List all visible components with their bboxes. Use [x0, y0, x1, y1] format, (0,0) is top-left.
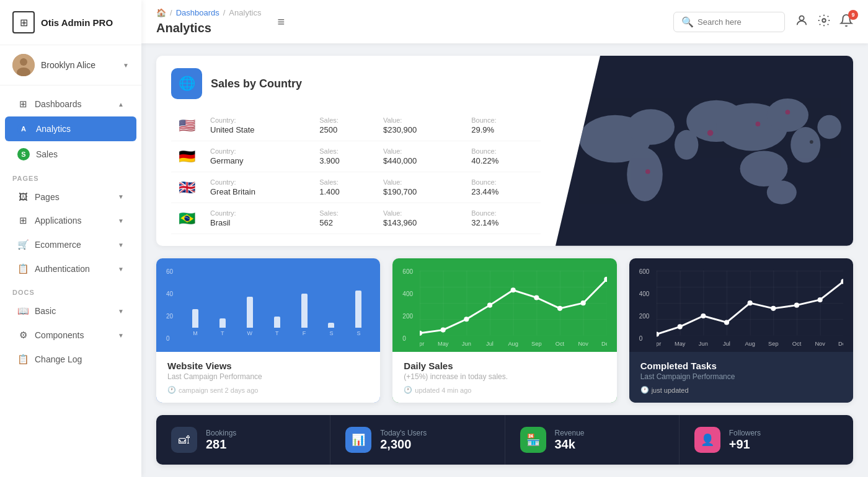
data-point — [794, 302, 799, 307]
chart-info: Completed Tasks Last Campaign Performanc… — [629, 352, 853, 403]
sidebar: ⊞ Otis Admin PRO Brooklyn Alice ▼ ⊞ Dash… — [0, 0, 141, 477]
content-area: 🌐 Sales by Country 🇺🇸 Country: United St… — [141, 43, 868, 477]
bar — [355, 291, 361, 328]
bounce-value: 23.44% — [471, 187, 533, 196]
x-axis-label: Jul — [723, 340, 730, 346]
stat-label: Bookings — [206, 429, 236, 437]
sidebar-item-analytics[interactable]: A Analytics — [5, 116, 136, 141]
svg-point-20 — [810, 140, 813, 144]
line-chart-svg: AprMayJunJulAugSepOctNovDec — [420, 271, 606, 349]
stat-text: Bookings 281 — [206, 429, 236, 452]
footer-text: campaign sent 2 days ago — [179, 387, 258, 394]
line-chart-wrap: AprMayJunJulAugSepOctNovDec — [402, 268, 606, 352]
header: 🏠 / Dashboards / Analytics Analytics ≡ 🔍 — [141, 0, 868, 43]
value-value: $230,900 — [383, 125, 456, 134]
basic-icon: 📖 — [17, 305, 29, 317]
table-row: 🇧🇷 Country: Brasil Sales: 562 Value: $14… — [171, 203, 541, 234]
y-label: 40 — [166, 291, 173, 297]
data-point — [581, 300, 586, 305]
sales-label: Sales: — [319, 147, 368, 155]
sidebar-user[interactable]: Brooklyn Alice ▼ — [0, 45, 141, 85]
svg-rect-21 — [420, 271, 606, 335]
chart-footer: 🕐 just updated — [640, 386, 842, 394]
bounce-value: 29.9% — [471, 125, 533, 134]
settings-icon[interactable] — [817, 14, 831, 30]
bounce-value: 40.22% — [471, 156, 533, 165]
stat-text: Today's Users 2,300 — [380, 429, 427, 452]
search-box[interactable]: 🔍 — [673, 12, 785, 32]
data-point — [464, 317, 469, 322]
x-axis-label: Aug — [745, 340, 755, 346]
stat-value: 281 — [206, 437, 236, 452]
avatar — [12, 54, 35, 76]
sidebar-item-basic[interactable]: 📖 Basic ▼ — [5, 299, 136, 323]
chart-subtitle: Last Campaign Performance — [640, 372, 842, 381]
hamburger-icon[interactable]: ≡ — [277, 15, 285, 29]
chart-name: Completed Tasks — [640, 361, 842, 371]
search-input[interactable] — [698, 17, 772, 27]
svg-point-11 — [790, 127, 820, 163]
chevron-down-icon: ▼ — [118, 193, 124, 200]
breadcrumb-dashboards[interactable]: Dashboards — [176, 8, 219, 17]
chevron-down-icon5: ▼ — [118, 308, 124, 315]
clock-icon: 🕐 — [404, 386, 412, 394]
data-point — [771, 306, 776, 311]
sales-value: 1.400 — [319, 187, 368, 196]
bar — [301, 294, 308, 328]
sidebar-item-changelog[interactable]: 📋 Change Log — [5, 348, 136, 371]
bar-label: M — [193, 330, 198, 336]
stat-icon: 🛋 — [179, 434, 190, 447]
country-flag: 🇧🇷 — [179, 211, 195, 226]
data-point — [557, 306, 562, 311]
stat-icon-box: 📊 — [345, 427, 371, 453]
chart-name: Website Views — [167, 361, 369, 371]
analytics-letter: A — [17, 123, 30, 135]
sidebar-item-ecommerce[interactable]: 🛒 Ecommerce ▼ — [5, 233, 136, 256]
country-value: Germany — [210, 156, 304, 165]
stats-row: 🛋 Bookings 281 📊 Today's Users 2,300 🏪 R… — [156, 415, 853, 465]
country-label: Country: — [210, 116, 304, 124]
bar-col: S — [320, 323, 343, 336]
stat-value: +91 — [729, 437, 761, 452]
user-icon[interactable] — [795, 14, 808, 30]
sales-by-country-card: 🌐 Sales by Country 🇺🇸 Country: United St… — [156, 56, 853, 246]
data-point — [487, 302, 492, 307]
sales-letter: S — [17, 148, 30, 160]
auth-icon: 📋 — [17, 263, 29, 274]
svg-point-6 — [627, 109, 675, 145]
sidebar-item-applications[interactable]: ⊞ Applications ▼ — [5, 209, 136, 232]
value-value: $190,700 — [383, 187, 456, 196]
pages-section-label: PAGES — [0, 167, 141, 185]
sidebar-item-dashboards[interactable]: ⊞ Dashboards ▲ — [5, 92, 136, 116]
value-label: Value: — [383, 116, 456, 124]
stat-text: Followers +91 — [729, 429, 761, 452]
chart-area: 6004002000 AprMayJunJul — [392, 258, 616, 352]
sidebar-item-pages[interactable]: 🖼 Pages ▼ — [5, 185, 136, 208]
chevron-down-icon4: ▼ — [118, 266, 124, 273]
value-value: $440,000 — [383, 156, 456, 165]
bar-label: F — [303, 330, 306, 336]
sidebar-item-authentication[interactable]: 📋 Authentication ▼ — [5, 257, 136, 281]
bar-chart: M T W T F — [166, 268, 370, 336]
chart-footer: 🕐 campaign sent 2 days ago — [167, 386, 369, 394]
sales-card-header: 🌐 Sales by Country — [171, 68, 541, 99]
data-point — [817, 297, 822, 302]
search-icon: 🔍 — [681, 16, 694, 28]
stat-icon: 📊 — [352, 433, 365, 447]
sidebar-item-sales[interactable]: S Sales — [5, 142, 136, 167]
pages-icon: 🖼 — [17, 191, 29, 202]
bar-label: W — [247, 330, 253, 336]
breadcrumb-sep1: / — [170, 8, 172, 17]
chevron-down-icon: ▼ — [123, 62, 129, 69]
bar-label: T — [221, 330, 224, 336]
chevron-down-icon3: ▼ — [118, 242, 124, 248]
chart-subtitle: (+15%) increase in today sales. — [404, 372, 605, 381]
header-icons: 9 — [795, 14, 853, 30]
sidebar-item-components[interactable]: ⚙ Components ▼ — [5, 323, 136, 347]
notification-icon[interactable]: 9 — [839, 14, 853, 30]
chevron-down-icon6: ▼ — [118, 332, 124, 339]
applications-icon: ⊞ — [17, 215, 29, 226]
chevron-down-icon2: ▼ — [118, 217, 124, 224]
svg-point-4 — [822, 19, 826, 22]
bar — [247, 297, 253, 328]
